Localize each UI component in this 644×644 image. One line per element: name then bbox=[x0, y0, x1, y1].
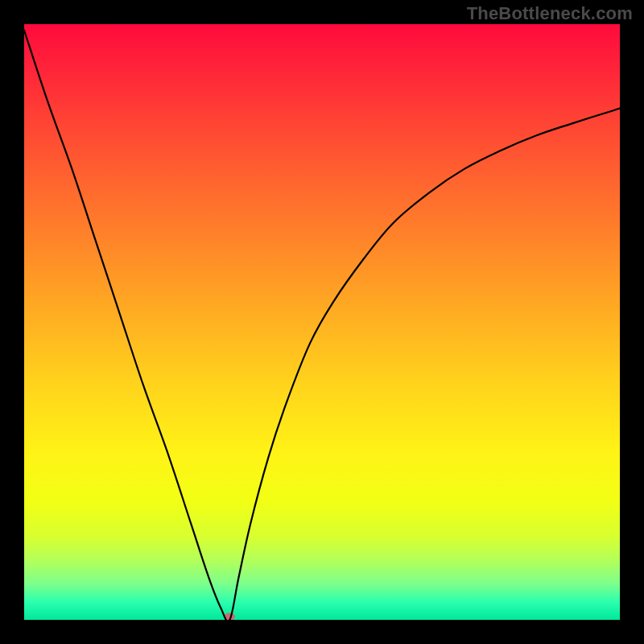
bottleneck-curve bbox=[24, 24, 620, 620]
watermark-text: TheBottleneck.com bbox=[467, 3, 633, 24]
plot-area bbox=[24, 24, 620, 620]
